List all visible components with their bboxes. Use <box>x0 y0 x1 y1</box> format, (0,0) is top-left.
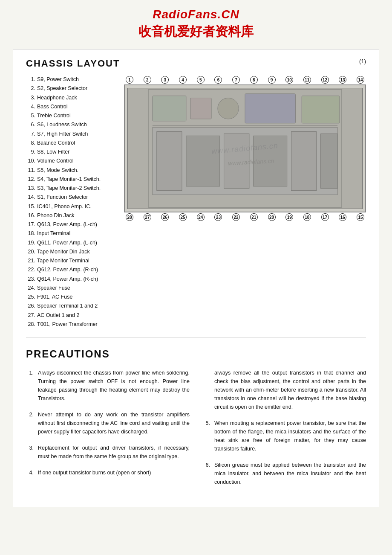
chassis-list-item: 28.T001, Power Transformer <box>26 320 115 329</box>
chassis-list-item: 25.F901, AC Fuse <box>26 293 115 302</box>
item-text: T001, Power Transformer <box>37 320 98 329</box>
diagram-number-bottom: 23 <box>214 213 222 221</box>
chassis-list-item: 23.Q614, Power Amp. (R-ch) <box>26 275 115 284</box>
item-number: 13. <box>26 184 35 193</box>
diagram-number-top: 5 <box>197 76 205 84</box>
svg-rect-12 <box>321 134 337 188</box>
item-text: Headphone Jack <box>37 93 77 102</box>
svg-rect-2 <box>190 98 211 119</box>
chassis-list-item: 16.Phono Din Jack <box>26 211 115 220</box>
site-title-cn: 收音机爱好者资料库 <box>0 23 392 41</box>
diagram-number-bottom: 26 <box>161 213 169 221</box>
diagram-number-top: 13 <box>339 76 346 84</box>
precaution-text: Never attempt to do any work on the tran… <box>38 410 190 436</box>
item-number: 27. <box>26 311 35 320</box>
diagram-number-top: 12 <box>321 76 329 84</box>
item-text: S5, Mode Switch. <box>37 166 78 175</box>
chassis-list-item: 4.Bass Control <box>26 102 115 111</box>
item-text: Bass Control <box>37 102 68 111</box>
item-number: 26. <box>26 302 35 311</box>
chassis-list-item: 10.Volume Control <box>26 157 115 166</box>
precaution-item: 6.Silicon grease must be applied between… <box>202 461 366 486</box>
item-number: 25. <box>26 293 35 302</box>
chassis-list-item: 17.Q613, Power Amp. (L-ch) <box>26 220 115 229</box>
item-text: Tape Monitor Din Jack <box>37 247 90 256</box>
precautions-section: PRECAUTIONS 1.Always disconnect the chas… <box>26 348 366 494</box>
item-number: 8. <box>26 139 35 148</box>
item-text: Phono Din Jack <box>37 211 75 220</box>
item-number: 20. <box>26 247 35 256</box>
chassis-list-item: 9.S8, Low Filter <box>26 148 115 157</box>
item-text: AC Outlet 1 and 2 <box>37 311 79 320</box>
item-number: 14. <box>26 193 35 202</box>
chassis-layout-section: CHASSIS LAYOUT (1) 1.S9, Power Switch2.S… <box>26 58 366 338</box>
item-number: 6. <box>26 120 35 129</box>
item-number: 2. <box>26 84 35 93</box>
precaution-number: 3. <box>26 444 34 461</box>
chassis-list-item: 12.S4, Tape Moniter-1 Switch. <box>26 175 115 184</box>
item-text: S8, Low Filter <box>37 148 69 157</box>
item-number: 17. <box>26 220 35 229</box>
item-number: 16. <box>26 211 35 220</box>
item-text: F901, AC Fuse <box>37 293 72 302</box>
chassis-list-item: 15.IC401, Phono Amp. IC. <box>26 202 115 211</box>
item-text: IC401, Phono Amp. IC. <box>37 202 92 211</box>
diagram-number-bottom: 17 <box>321 213 329 221</box>
precaution-item: 4.If one output transistor burns out (op… <box>26 468 190 477</box>
svg-rect-11 <box>291 132 317 191</box>
precaution-item: 1.Always disconnect the chassis from pow… <box>26 369 190 403</box>
diagram-number-bottom: 18 <box>303 213 311 221</box>
item-number: 28. <box>26 320 35 329</box>
chassis-list-item: 21.Tape Monitor Terminal <box>26 256 115 265</box>
item-number: 23. <box>26 275 35 284</box>
precaution-item: 5.When mouting a replacement power trans… <box>202 419 366 453</box>
item-number: 5. <box>26 111 35 120</box>
item-text: Speaker Fuse <box>37 284 70 293</box>
precaution-text: When mouting a replacement power transis… <box>214 419 366 453</box>
diagram-number-bottom: 20 <box>268 213 276 221</box>
precautions-left-column: 1.Always disconnect the chassis from pow… <box>26 369 190 494</box>
precaution-number <box>202 369 210 411</box>
chassis-diagram: 1234567891011121314 www.radiofans.cn <box>124 75 366 329</box>
precaution-item: 3.Replacement for output and driver tran… <box>26 444 190 461</box>
precautions-body: 1.Always disconnect the chassis from pow… <box>26 369 366 494</box>
item-number: 7. <box>26 130 35 139</box>
item-text: Q613, Power Amp. (L-ch) <box>37 220 97 229</box>
item-number: 18. <box>26 229 35 238</box>
diagram-top-numbers: 1234567891011121314 <box>124 75 366 84</box>
chassis-list-item: 19.Q611, Power Amp. (L-ch) <box>26 238 115 247</box>
precaution-number: 6. <box>202 461 210 486</box>
diagram-number-top: 11 <box>303 76 311 84</box>
item-text: S9, Power Switch <box>37 75 79 84</box>
item-text: Input Terminal <box>37 229 70 238</box>
chassis-list-item: 1.S9, Power Switch <box>26 75 115 84</box>
diagram-number-bottom: 28 <box>126 213 133 221</box>
chassis-list-item: 26.Speaker Terminal 1 and 2 <box>26 302 115 311</box>
diagram-number-top: 6 <box>214 76 222 84</box>
item-text: S6, Loudness Switch <box>37 120 87 129</box>
item-text: S4, Tape Moniter-1 Switch. <box>37 175 101 184</box>
chassis-list-item: 20.Tape Monitor Din Jack <box>26 247 115 256</box>
precaution-number: 5. <box>202 419 210 453</box>
chassis-list-item: 3.Headphone Jack <box>26 93 115 102</box>
item-number: 1. <box>26 75 35 84</box>
diagram-number-bottom: 24 <box>197 213 205 221</box>
item-text: S2, Speaker Selector <box>37 84 87 93</box>
precaution-text: If one output transistor burns out (open… <box>38 468 151 477</box>
precautions-right-column: always remove all the output transistors… <box>202 369 366 494</box>
chassis-body: 1.S9, Power Switch2.S2, Speaker Selector… <box>26 75 366 329</box>
diagram-number-bottom: 22 <box>232 213 240 221</box>
chassis-list-item: 14.S1, Function Selector <box>26 193 115 202</box>
chassis-header: CHASSIS LAYOUT (1) <box>26 58 366 69</box>
item-text: Q614, Power Amp. (R-ch) <box>37 275 98 284</box>
chassis-page-num: (1) <box>359 58 366 64</box>
item-number: 22. <box>26 265 35 274</box>
item-number: 9. <box>26 148 35 157</box>
diagram-number-top: 8 <box>250 76 258 84</box>
precaution-text: Replacement for output and driver transi… <box>38 444 190 461</box>
precaution-item: always remove all the output transistors… <box>202 369 366 411</box>
item-number: 21. <box>26 256 35 265</box>
chassis-parts-list: 1.S9, Power Switch2.S2, Speaker Selector… <box>26 75 115 329</box>
precaution-text: Always disconnect the chassis from power… <box>38 369 190 403</box>
item-text: S3, Tape Moniter-2 Switch. <box>37 184 101 193</box>
